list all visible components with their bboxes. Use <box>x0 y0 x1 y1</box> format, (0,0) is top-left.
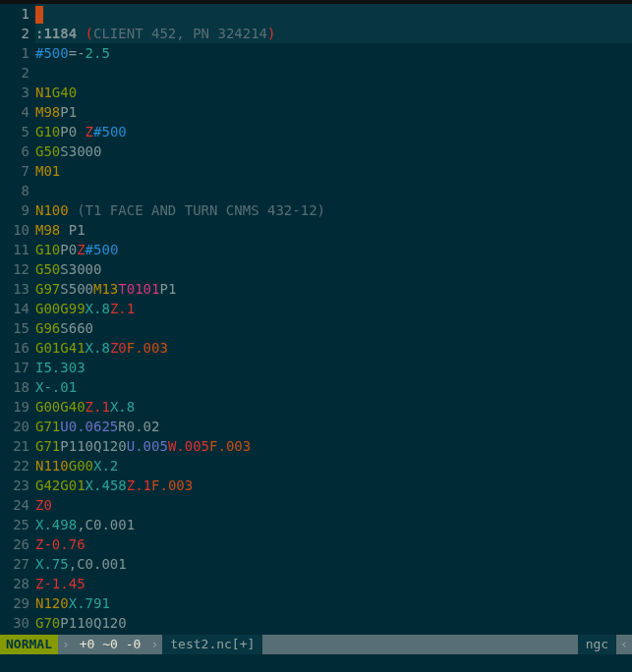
code-content[interactable]: Z0 <box>35 495 632 515</box>
code-line[interactable]: 7M01 <box>0 161 632 181</box>
code-line[interactable]: 30G70P110Q120 <box>0 613 632 633</box>
code-content[interactable]: #500=-2.5 <box>35 43 632 63</box>
code-line[interactable]: 14G00G99X.8Z.1 <box>0 299 632 318</box>
cursor-line[interactable]: 1 <box>0 4 632 24</box>
token: X.458 <box>86 477 127 493</box>
code-content[interactable]: G10P0Z#500 <box>35 240 632 259</box>
token: =- <box>69 45 86 61</box>
code-line[interactable]: 22N110G00X.2 <box>0 456 632 476</box>
code-content[interactable]: N110G00X.2 <box>35 456 632 476</box>
token: G70 <box>35 615 60 631</box>
line-number: 26 <box>0 534 35 554</box>
code-content[interactable]: X-.01 <box>35 377 632 397</box>
code-content[interactable]: X.498,C0.001 <box>35 515 632 534</box>
code-line[interactable]: 21G71P110Q120U.005W.005F.003 <box>0 436 632 456</box>
code-content[interactable]: X.75,C0.001 <box>35 554 632 574</box>
code-content[interactable]: N100 (T1 FACE AND TURN CNMS 432-12) <box>35 200 632 220</box>
token: 2.5 <box>86 45 110 61</box>
code-line[interactable]: 1#500=-2.5 <box>0 43 632 63</box>
code-line[interactable]: 15G96S660 <box>0 318 632 338</box>
code-line[interactable]: 9N100 (T1 FACE AND TURN CNMS 432-12) <box>0 200 632 220</box>
code-content[interactable]: Z-0.76 <box>35 534 632 554</box>
filetype-indicator: ngc <box>578 635 616 654</box>
token: G71 <box>35 419 60 434</box>
code-line[interactable]: 12G50S3000 <box>0 259 632 279</box>
code-line[interactable]: 16G01G41X.8Z0F.003 <box>0 338 632 358</box>
code-line[interactable]: 3N1G40 <box>0 83 632 102</box>
code-content[interactable]: N120X.791 <box>35 593 632 613</box>
code-content[interactable]: G00G99X.8Z.1 <box>35 299 632 318</box>
token: X.75 <box>35 556 69 572</box>
code-line[interactable]: 28Z-1.45 <box>0 574 632 593</box>
token: F.003 <box>127 340 168 356</box>
code-line[interactable]: 25X.498,C0.001 <box>0 515 632 534</box>
token: P0 <box>60 124 77 140</box>
code-content[interactable]: G42G01X.458Z.1F.003 <box>35 476 632 495</box>
token: Z-1.45 <box>35 576 86 591</box>
code-line[interactable]: 6G50S3000 <box>0 141 632 161</box>
token: Z0 <box>110 340 127 356</box>
code-content[interactable]: M01 <box>35 161 632 181</box>
code-line[interactable]: 11G10P0Z#500 <box>0 240 632 259</box>
code-content[interactable]: I5.303 <box>35 358 632 377</box>
token: F.003 <box>151 477 193 493</box>
code-content[interactable]: G71P110Q120U.005W.005F.003 <box>35 436 632 456</box>
code-line[interactable]: 26Z-0.76 <box>0 534 632 554</box>
line-number: 6 <box>0 141 35 161</box>
cursor-line[interactable]: 2:1184 (CLIENT 452, PN 324214) <box>0 24 632 43</box>
code-line[interactable]: 8 <box>0 181 632 200</box>
token: S660 <box>60 320 93 336</box>
token: #500 <box>93 124 127 140</box>
line-number: 22 <box>0 456 35 476</box>
token: ,C0.001 <box>69 556 127 572</box>
token: G40 <box>52 84 77 100</box>
token: M98 <box>35 104 60 120</box>
code-line[interactable]: 4M98P1 <box>0 102 632 122</box>
token: P1 <box>60 104 77 120</box>
code-content[interactable]: :1184 (CLIENT 452, PN 324214) <box>35 24 632 43</box>
code-content[interactable]: M98P1 <box>35 102 632 122</box>
code-line[interactable]: 19G00G40Z.1X.8 <box>0 397 632 417</box>
line-number: 19 <box>0 397 35 417</box>
code-content[interactable] <box>35 63 632 83</box>
token: P0 <box>60 242 77 257</box>
code-line[interactable]: 10M98 P1 <box>0 220 632 240</box>
code-line[interactable]: 20G71U0.0625R0.02 <box>0 417 632 436</box>
code-line[interactable]: 13G97S500M13T0101P1 <box>0 279 632 299</box>
code-line[interactable]: 17I5.303 <box>0 358 632 377</box>
code-content[interactable]: G97S500M13T0101P1 <box>35 279 632 299</box>
code-line[interactable]: 27X.75,C0.001 <box>0 554 632 574</box>
token <box>69 202 77 218</box>
token: T0101 <box>118 281 159 297</box>
token: Z <box>86 124 93 140</box>
code-content[interactable] <box>35 4 632 24</box>
code-content[interactable]: Z-1.45 <box>35 574 632 593</box>
code-line[interactable]: 29N120X.791 <box>0 593 632 613</box>
text-buffer[interactable]: 12:1184 (CLIENT 452, PN 324214)1#500=-2.… <box>0 4 632 635</box>
token: S3000 <box>60 143 101 159</box>
code-content[interactable]: M98 P1 <box>35 220 632 240</box>
code-content[interactable]: G96S660 <box>35 318 632 338</box>
code-content[interactable]: G10P0 Z#500 <box>35 122 632 141</box>
code-line[interactable]: 5G10P0 Z#500 <box>0 122 632 141</box>
code-content[interactable]: N1G40 <box>35 83 632 102</box>
token: Z.1 <box>127 477 151 493</box>
token: G10 <box>35 124 60 140</box>
code-content[interactable]: G01G41X.8Z0F.003 <box>35 338 632 358</box>
code-content[interactable]: G70P110Q120 <box>35 613 632 633</box>
code-content[interactable]: G00G40Z.1X.8 <box>35 397 632 417</box>
line-number: 18 <box>0 377 35 397</box>
token: N110 <box>35 458 69 474</box>
code-line[interactable]: 24Z0 <box>0 495 632 515</box>
code-line[interactable]: 2 <box>0 63 632 83</box>
code-content[interactable] <box>35 181 632 200</box>
code-content[interactable]: G50S3000 <box>35 141 632 161</box>
line-number: 5 <box>0 122 35 141</box>
code-content[interactable]: G71U0.0625R0.02 <box>35 417 632 436</box>
code-line[interactable]: 18X-.01 <box>0 377 632 397</box>
line-number: 2 <box>0 63 35 83</box>
line-number: 2 <box>0 24 35 43</box>
code-line[interactable]: 23G42G01X.458Z.1F.003 <box>0 476 632 495</box>
token: F.003 <box>209 438 251 454</box>
code-content[interactable]: G50S3000 <box>35 259 632 279</box>
